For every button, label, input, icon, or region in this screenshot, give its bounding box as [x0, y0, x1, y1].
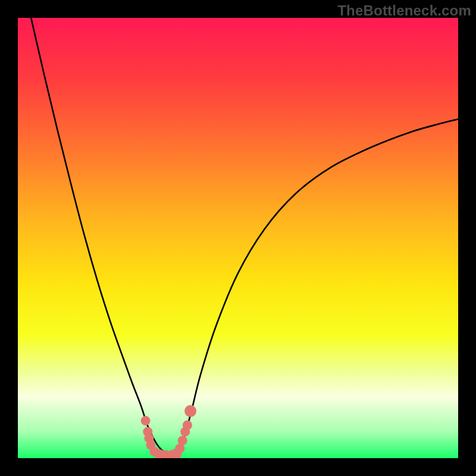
chart-frame: TheBottleneck.com [0, 0, 476, 476]
gradient-background [18, 18, 458, 458]
marker-point [141, 416, 151, 425]
marker-point [183, 421, 192, 430]
marker-point [184, 405, 196, 417]
chart-svg [18, 18, 458, 458]
marker-point [178, 436, 187, 445]
plot-area [18, 18, 458, 458]
watermark-text: TheBottleneck.com [337, 2, 471, 19]
